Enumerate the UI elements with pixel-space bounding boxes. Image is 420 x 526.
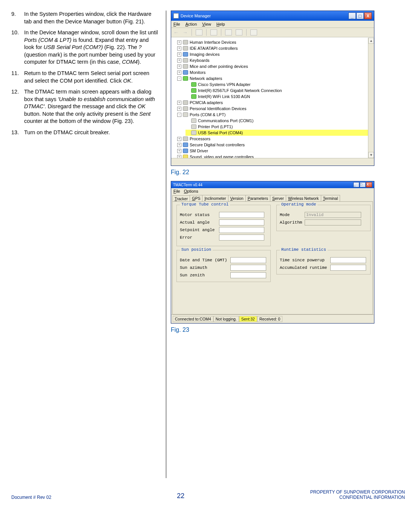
tree-node[interactable]: +Imaging devices bbox=[177, 51, 374, 57]
device-icon bbox=[183, 58, 188, 63]
menu-item[interactable]: Help bbox=[216, 22, 225, 26]
status-sent: Sent:32 bbox=[239, 316, 257, 322]
maximize-button[interactable]: □ bbox=[360, 182, 366, 187]
tree-node[interactable]: +Human Interface Devices bbox=[177, 39, 374, 45]
tree-node[interactable]: Cisco Systems VPN Adapter bbox=[185, 81, 374, 87]
menu-item[interactable]: View bbox=[202, 22, 211, 26]
tree-node[interactable]: +Mice and other pointing devices bbox=[177, 63, 374, 69]
group-torque-tube: Torque Tube control Motor statusActual a… bbox=[176, 205, 271, 246]
field-label: Algorithm bbox=[280, 220, 303, 225]
device-icon bbox=[191, 82, 196, 87]
node-label: Communications Port (COM1) bbox=[198, 118, 253, 123]
expand-icon[interactable]: + bbox=[177, 52, 181, 57]
minimize-button[interactable]: _ bbox=[353, 182, 359, 187]
menu-item[interactable]: Action bbox=[185, 22, 197, 26]
device-icon bbox=[183, 52, 188, 57]
toolbar-icon[interactable] bbox=[196, 29, 202, 35]
tree-node[interactable]: +SM Driver bbox=[177, 148, 374, 154]
tree-node[interactable]: Intel(R) WiFi Link 5100 AGN bbox=[185, 94, 374, 100]
step-number: 11. bbox=[11, 70, 24, 84]
maximize-button[interactable]: □ bbox=[356, 12, 364, 19]
tree-node[interactable]: +Personal Identification Devices bbox=[177, 106, 374, 112]
expand-icon[interactable]: + bbox=[177, 64, 181, 69]
expand-icon[interactable]: + bbox=[177, 155, 181, 158]
field-label: Motor status bbox=[180, 213, 218, 217]
tab-server[interactable]: Server bbox=[270, 195, 286, 201]
expand-icon[interactable]: + bbox=[177, 58, 181, 63]
expand-icon[interactable]: + bbox=[177, 40, 181, 44]
algorithm-dropdown[interactable] bbox=[305, 219, 361, 225]
device-manager-window: Device Manager _ □ X FileActionViewHelp … bbox=[171, 11, 374, 166]
tree-node[interactable]: +Secure Digital host controllers bbox=[177, 142, 374, 148]
field-value[interactable] bbox=[219, 235, 264, 241]
tab-parameters[interactable]: Parameters bbox=[245, 195, 270, 201]
menu-item[interactable]: Options bbox=[184, 189, 198, 193]
toolbar-icon[interactable] bbox=[250, 29, 257, 35]
node-label: Human Interface Devices bbox=[190, 40, 236, 44]
device-tree[interactable]: +Human Interface Devices+IDE ATA/ATAPI c… bbox=[173, 39, 374, 158]
tm-titlebar[interactable]: TMACTerm v0.44 _ □ X bbox=[171, 181, 374, 188]
tab-version[interactable]: Version bbox=[228, 195, 246, 201]
tree-node[interactable]: Communications Port (COM1) bbox=[185, 118, 374, 124]
device-icon bbox=[183, 106, 188, 111]
field-label: Actual angle bbox=[180, 220, 218, 225]
menu-item[interactable]: File bbox=[173, 189, 180, 193]
expand-icon[interactable]: + bbox=[177, 71, 181, 75]
tab-terminal[interactable]: Terminal bbox=[321, 195, 340, 201]
tree-node[interactable]: Intel(R) 82567LF Gigabit Network Connect… bbox=[185, 87, 374, 94]
expand-icon[interactable]: - bbox=[177, 77, 181, 81]
tree-node[interactable]: -Network adapters bbox=[177, 75, 374, 81]
field-value[interactable] bbox=[330, 265, 366, 271]
expand-icon[interactable]: + bbox=[177, 149, 181, 153]
tab-gps[interactable]: GPS bbox=[190, 195, 202, 201]
node-label: PCMCIA adapters bbox=[190, 100, 223, 105]
expand-icon[interactable]: + bbox=[177, 107, 181, 111]
step-text: The DTMAC term main screen appears with … bbox=[24, 88, 158, 125]
field-value[interactable] bbox=[230, 272, 266, 278]
minimize-button[interactable]: _ bbox=[348, 12, 356, 19]
tree-node[interactable]: Printer Port (LPT1) bbox=[185, 124, 374, 130]
tree-node[interactable]: +Keyboards bbox=[177, 57, 374, 63]
tree-node[interactable]: +Monitors bbox=[177, 69, 374, 75]
tree-node[interactable]: USB Serial Port (COM4) bbox=[185, 130, 374, 136]
back-icon[interactable]: ← bbox=[173, 29, 179, 35]
node-label: Secure Digital host controllers bbox=[190, 143, 245, 147]
node-label: USB Serial Port (COM4) bbox=[198, 130, 243, 135]
tree-node[interactable]: -Ports (COM & LPT) bbox=[177, 112, 374, 118]
field-label: Date and Time (GMT) bbox=[180, 258, 229, 262]
field-value[interactable] bbox=[219, 227, 264, 233]
tab-wireless-network[interactable]: Wireless Network bbox=[286, 195, 321, 201]
tree-node[interactable]: +Sound, video and game controllers bbox=[177, 154, 374, 158]
field-value[interactable] bbox=[219, 219, 264, 225]
field-value[interactable] bbox=[219, 212, 264, 218]
node-label: Intel(R) 82567LF Gigabit Network Connect… bbox=[198, 88, 282, 93]
group-legend: Sun position bbox=[180, 247, 213, 252]
field-value[interactable] bbox=[330, 257, 366, 263]
tree-node[interactable]: +PCMCIA adapters bbox=[177, 100, 374, 106]
menu-item[interactable]: File bbox=[173, 22, 180, 26]
expand-icon[interactable]: + bbox=[177, 46, 181, 51]
scrollbar[interactable]: ▲ ▼ bbox=[368, 38, 374, 158]
tree-node[interactable]: +IDE ATA/ATAPI controllers bbox=[177, 45, 374, 51]
field-value[interactable] bbox=[230, 265, 266, 271]
expand-icon[interactable]: + bbox=[177, 101, 181, 105]
toolbar-icon[interactable] bbox=[225, 29, 232, 35]
group-legend: Torque Tube control bbox=[180, 202, 230, 207]
tab-inclinometer[interactable]: Inclinometer bbox=[202, 195, 228, 201]
expand-icon[interactable]: - bbox=[177, 113, 181, 117]
close-button[interactable]: X bbox=[364, 12, 372, 19]
expand-icon[interactable]: + bbox=[177, 143, 181, 147]
tab-tracker[interactable]: Tracker bbox=[172, 195, 190, 202]
tree-node[interactable]: +Processors bbox=[177, 136, 374, 142]
toolbar-icon[interactable] bbox=[236, 29, 242, 35]
dm-app-icon bbox=[173, 13, 179, 18]
forward-icon[interactable]: → bbox=[182, 29, 188, 35]
field-value[interactable] bbox=[230, 257, 266, 263]
step-number: 13. bbox=[11, 129, 24, 136]
dm-titlebar[interactable]: Device Manager _ □ X bbox=[171, 11, 374, 21]
expand-icon[interactable]: + bbox=[177, 137, 181, 141]
close-button[interactable]: X bbox=[366, 182, 372, 187]
toolbar-icon[interactable] bbox=[210, 29, 217, 35]
mode-dropdown[interactable]: Invalid bbox=[305, 212, 361, 218]
footer-left: Document # Rev 02 bbox=[11, 495, 51, 500]
